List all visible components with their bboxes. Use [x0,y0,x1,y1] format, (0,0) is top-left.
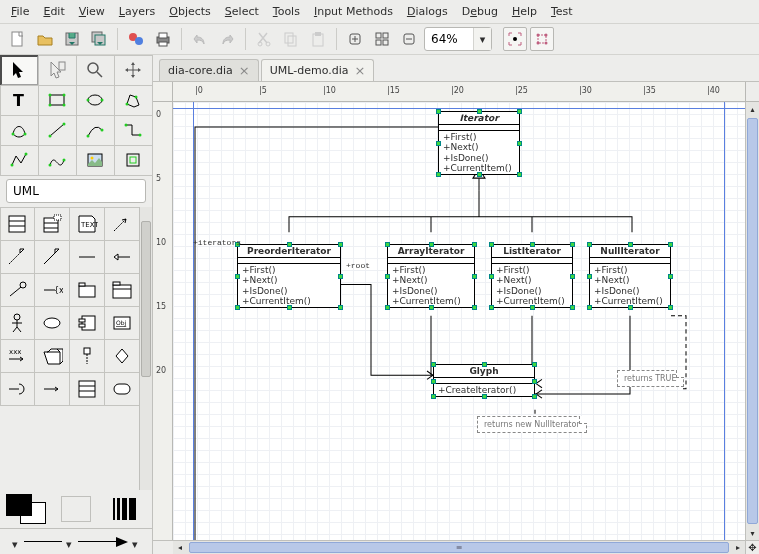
bezier-tool[interactable] [38,145,77,176]
svg-rect-19 [383,40,388,45]
zoom-out-button[interactable] [397,27,421,51]
palette-scrollbar[interactable] [139,207,152,490]
menu-dialogs[interactable]: Dialogs [400,2,455,21]
uml-class-preorder-iterator[interactable]: PreorderIterator+First()+Next()+IsDone()… [237,244,341,308]
save-button[interactable] [60,27,84,51]
beziergon-tool[interactable] [0,115,39,146]
export-button[interactable] [124,27,148,51]
uml-implements-shape[interactable] [0,273,35,307]
uml-dependency-shape[interactable] [104,207,139,241]
menu-test[interactable]: Test [544,2,580,21]
menu-objects[interactable]: Objects [162,2,218,21]
redo-button[interactable] [215,27,239,51]
ellipse-tool[interactable] [76,85,115,116]
undo-button[interactable] [188,27,212,51]
menu-help[interactable]: Help [505,2,544,21]
textedit-tool[interactable] [38,55,77,86]
uml-note-shape[interactable]: TEXT [69,207,105,241]
open-file-button[interactable] [33,27,57,51]
arc-tool[interactable] [76,115,115,146]
uml-class2-shape[interactable] [69,372,105,406]
linewidth-selector[interactable] [102,495,147,523]
uml-template-shape[interactable] [34,207,70,241]
zoom-combo[interactable]: ▾ [424,27,492,51]
uml-class-shape[interactable] [0,207,35,241]
arrow-style-selector[interactable]: ▾ ▾ ▾ [0,528,152,554]
zigzag-tool[interactable] [114,115,153,146]
polyline-tool[interactable] [0,145,39,176]
sheet-input[interactable] [7,184,169,198]
line-tool[interactable] [38,115,77,146]
horizontal-ruler[interactable]: |0|5|10|15|20|25|30|35|40 [173,82,745,102]
svg-point-37 [101,99,104,102]
scroll-tool[interactable] [114,55,153,86]
nav-corner-icon[interactable]: ✥ [745,540,759,554]
uml-object-shape[interactable]: Obj [104,306,139,340]
menu-input-methods[interactable]: Input Methods [307,2,400,21]
uml-class-list-iterator[interactable]: ListIterator+First()+Next()+IsDone()+Cur… [491,244,573,308]
tab-dia-core-dia[interactable]: dia-core.dia× [159,59,259,81]
new-file-button[interactable] [6,27,30,51]
uml-realize-shape[interactable] [0,240,35,274]
save-as-button[interactable] [87,27,111,51]
box-tool[interactable] [38,85,77,116]
uml-assoc-shape[interactable] [69,240,105,274]
uml-lifeline-shape[interactable] [69,339,105,373]
tab-UML-demo-dia[interactable]: UML-demo.dia× [261,59,375,81]
close-icon[interactable]: × [355,64,366,77]
diagram-canvas[interactable]: Iterator+First()+Next()+IsDone()+Current… [173,102,745,540]
uml-aggregate-shape[interactable] [104,240,139,274]
image-tool[interactable] [76,145,115,176]
paste-button[interactable] [306,27,330,51]
print-button[interactable] [151,27,175,51]
polygon-tool[interactable] [114,85,153,116]
uml-constraint-shape[interactable]: {xxx} [34,273,70,307]
uml-node-shape[interactable] [34,339,70,373]
fg-bg-swatch[interactable] [6,494,54,524]
menu-layers[interactable]: Layers [112,2,162,21]
zoom-fit-button[interactable] [370,27,394,51]
class-ops: +First()+Next()+IsDone()+CurrentItem() [439,131,519,174]
text-tool[interactable]: T [0,85,39,116]
uml-class-null-iterator[interactable]: NullIterator+First()+Next()+IsDone()+Cur… [589,244,671,308]
uml-generalize-shape[interactable] [34,240,70,274]
zoom-in-button[interactable] [343,27,367,51]
svg-point-32 [63,94,66,97]
uml-smallpkg-shape[interactable] [69,273,105,307]
cut-button[interactable] [252,27,276,51]
vertical-ruler[interactable]: 05101520 [153,102,173,540]
uml-actor-shape[interactable] [0,306,35,340]
zoom-tool[interactable] [76,55,115,86]
uml-class-iterator[interactable]: Iterator+First()+Next()+IsDone()+Current… [438,111,520,175]
menu-file[interactable]: File [4,2,36,21]
copy-button[interactable] [279,27,303,51]
close-icon[interactable]: × [239,64,250,77]
horizontal-scrollbar[interactable]: ◂≡▸ [173,540,745,554]
uml-receptacle-shape[interactable] [0,372,35,406]
svg-rect-18 [376,40,381,45]
uml-class-array-iterator[interactable]: ArrayIterator+First()+Next()+IsDone()+Cu… [387,244,475,308]
outline-tool[interactable] [114,145,153,176]
uml-largepkg-shape[interactable] [104,273,139,307]
menu-select[interactable]: Select [218,2,266,21]
uml-note-returns-nulliterator[interactable]: returns new NullIterator [477,416,587,433]
vertical-scrollbar[interactable]: ▴▾ [745,102,759,540]
menu-view[interactable]: View [72,2,112,21]
pointer-tool[interactable] [0,55,39,86]
uml-component-shape[interactable] [69,306,105,340]
sheet-selector[interactable]: ▾ [6,179,146,203]
zoom-input[interactable] [425,32,473,46]
uml-branch-shape[interactable] [104,339,139,373]
menu-edit[interactable]: Edit [36,2,71,21]
menu-tools[interactable]: Tools [266,2,307,21]
uml-note-returns-true[interactable]: returns TRUE [617,370,684,387]
snap-grid-button[interactable] [503,27,527,51]
uml-message-shape[interactable]: xxx [0,339,35,373]
snap-object-button[interactable] [530,27,554,51]
uml-transition-shape[interactable] [34,372,70,406]
uml-class-glyph[interactable]: Glyph+CreateIterator() [433,364,535,397]
uml-usecase-shape[interactable] [34,306,70,340]
uml-activity-shape[interactable] [104,372,139,406]
menu-debug[interactable]: Debug [455,2,505,21]
zoom-dropdown-icon[interactable]: ▾ [473,28,491,50]
